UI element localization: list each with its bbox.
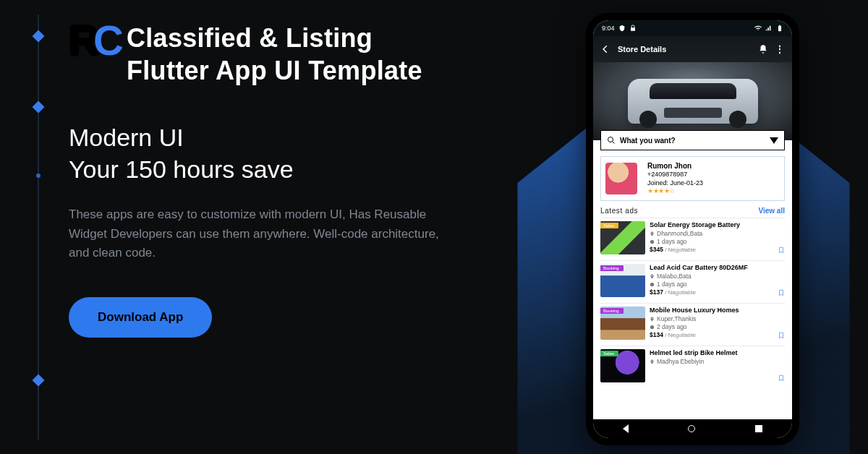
svg-point-3: [650, 325, 654, 329]
search-icon: [607, 136, 616, 145]
lock-icon: [629, 25, 637, 32]
bookmark-icon[interactable]: [778, 331, 785, 340]
ad-badge: Sales: [600, 351, 618, 356]
status-bar: 9:04: [593, 20, 792, 36]
subhead-line1: Modern UI: [69, 124, 184, 151]
avatar: [605, 163, 637, 194]
ad-price: $345 / Negotiable: [650, 246, 785, 254]
profile-phone: +2409878987: [647, 171, 703, 179]
section-title: Latest ads: [600, 207, 638, 215]
dropdown-icon[interactable]: [770, 137, 778, 144]
brand-logo: RC: [69, 22, 118, 80]
bookmark-icon[interactable]: [778, 374, 785, 382]
timeline-decor: [38, 14, 39, 440]
ad-thumbnail: Sales: [600, 221, 645, 254]
shield-icon: [618, 25, 626, 32]
profile-card[interactable]: Rumon Jhon +2409878987 Joined: June-01-2…: [600, 156, 785, 201]
timeline-dot: [33, 101, 45, 113]
profile-name: Rumon Jhon: [647, 161, 703, 171]
bell-icon[interactable]: [758, 44, 768, 54]
ad-title: Helmet led strip Bike Helmet: [650, 349, 785, 358]
app-bar: Store Details ⋮: [593, 36, 792, 62]
subhead-line2: Your 150 hours save: [69, 155, 294, 183]
ad-time: 1 days ago: [650, 280, 785, 288]
view-all-link[interactable]: View all: [758, 207, 785, 215]
bookmark-icon[interactable]: [778, 288, 785, 297]
ad-title: Lead Acid Car Battery 80D26MF: [650, 264, 785, 273]
ad-row[interactable]: BookingLead Acid Car Battery 80D26MFMala…: [600, 260, 785, 300]
timeline-dot: [36, 174, 41, 178]
ad-title: Solar Energy Storage Battery: [650, 221, 785, 230]
wifi-icon: [754, 25, 762, 32]
heading-line1: Classified & Listing: [127, 23, 373, 53]
bookmark-icon[interactable]: [778, 246, 785, 254]
ad-badge: Booking: [600, 308, 624, 314]
ad-row[interactable]: BookingMobile House Luxury HomesKuper,Th…: [600, 303, 785, 343]
page-title: Classified & Listing Flutter App UI Temp…: [127, 22, 422, 87]
ad-thumbnail: Sales: [600, 349, 645, 382]
logo-letter-r: R: [69, 22, 93, 80]
ad-title: Mobile House Luxury Homes: [650, 307, 785, 315]
ad-price: $137 / Nagotiable: [650, 288, 785, 296]
ad-location: Kuper,Thankis: [650, 315, 785, 323]
battery-icon: [776, 25, 783, 32]
ad-row[interactable]: SalesSolar Energy Storage BatteryDhanmon…: [600, 218, 785, 257]
more-icon[interactable]: ⋮: [775, 44, 785, 54]
ad-time: 2 days ago: [650, 323, 785, 331]
body-copy: These apps are easy to customize with mo…: [69, 205, 452, 262]
ad-list: SalesSolar Energy Storage BatteryDhanmon…: [593, 218, 792, 385]
ad-thumbnail: Booking: [600, 307, 645, 340]
ad-location: Madhya Ebebiyin: [650, 358, 785, 366]
phone-mockup: 9:04 Store Details ⋮: [586, 13, 799, 445]
svg-point-2: [650, 283, 654, 286]
svg-point-0: [608, 137, 613, 142]
ad-row[interactable]: SalesHelmet led strip Bike HelmetMadhya …: [600, 346, 785, 385]
ad-time: 1 days ago: [650, 238, 785, 246]
appbar-title: Store Details: [618, 45, 666, 53]
android-navbar: [593, 419, 792, 438]
nav-recent-icon[interactable]: [755, 425, 762, 432]
profile-rating: ★★★★☆: [647, 187, 703, 196]
store-hero-image: [593, 62, 792, 140]
ad-location: Malabo,Bata: [650, 273, 785, 280]
nav-home-icon[interactable]: [688, 425, 695, 432]
ad-badge: Booking: [600, 265, 624, 271]
status-time: 9:04: [602, 25, 615, 32]
heading-line2: Flutter App UI Template: [127, 56, 422, 85]
search-input[interactable]: What you want?: [600, 130, 785, 150]
signal-icon: [765, 25, 773, 32]
download-app-button[interactable]: Download App: [69, 297, 212, 338]
ad-price: $134 / Negotiable: [650, 331, 785, 339]
logo-letter-c: C: [93, 22, 118, 80]
ad-badge: Sales: [600, 223, 618, 228]
search-placeholder: What you want?: [620, 137, 676, 145]
back-icon[interactable]: [600, 44, 610, 54]
timeline-dot: [33, 374, 45, 387]
subheading: Modern UI Your 150 hours save: [69, 121, 532, 185]
timeline-dot: [33, 30, 45, 43]
svg-point-1: [650, 240, 654, 244]
ad-thumbnail: Booking: [600, 264, 645, 297]
profile-joined: Joined: June-01-23: [647, 179, 703, 188]
nav-back-icon[interactable]: [623, 424, 629, 433]
ad-location: Dhanmondi,Bata: [650, 230, 785, 238]
